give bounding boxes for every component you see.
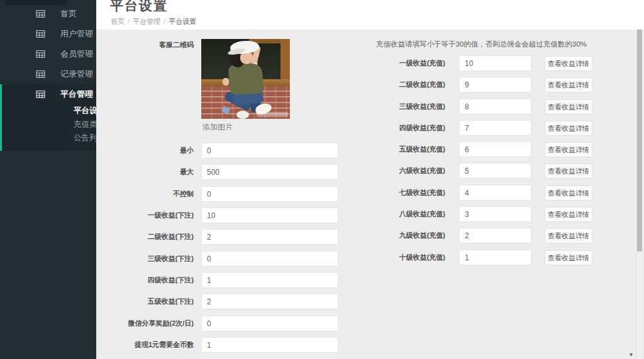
chevron-left-icon: ‹ [86,44,89,64]
view-detail-button[interactable]: 查看收益详情 [545,250,592,265]
view-detail-button[interactable]: 查看收益详情 [545,99,592,114]
recharge-note: 充值收益请填写小于等于30的值，否则总佣金会超过充值数的30% [376,40,587,49]
recharge-level-5-input[interactable] [459,141,531,157]
table-grid-icon [36,50,45,58]
sidebar-item-records[interactable]: 记录管理 ‹ [0,64,96,84]
form-row: 五级收益(下注) [96,294,360,309]
view-detail-button[interactable]: 查看收益详情 [545,77,592,92]
sidebar-group-platform: 平台管理 ⌄ 平台设置 充值类型列表 公告列表 [0,84,96,151]
qr-label: 客服二维码 [96,39,194,50]
field-label: 四级收益(充值) [376,120,445,136]
bet-level-2-input[interactable] [201,229,338,245]
photo-child-shoe [236,111,249,119]
recharge-level-2-input[interactable] [459,77,531,92]
field-label: 一级收益(下注) [96,207,194,223]
form-row: 最小 [96,143,360,158]
table-grid-icon [36,10,45,18]
sidebar-subitem-platform-settings[interactable]: 平台设置 [2,104,96,118]
field-label: 三级收益(下注) [96,251,194,267]
recharge-level-1-input[interactable] [459,55,531,71]
form-row: 七级收益(充值) 查看收益详情 [376,185,602,201]
field-label: 一级收益(充值) [376,55,445,71]
form-row: 四级收益(下注) [96,272,360,288]
max-input[interactable] [201,164,338,180]
chevron-down-icon: ⌄ [82,84,89,103]
form-row: 一级收益(下注) [96,207,360,223]
sidebar-item-platform[interactable]: 平台管理 ⌄ [2,84,96,104]
field-label: 不控制 [96,186,194,202]
photo-window-frame [280,39,290,83]
withdraw-coin-input[interactable] [201,337,338,353]
form-row: 提现1元需要金币数 [96,337,360,353]
form-row: 微信分享奖励(2次/日) [96,316,360,331]
form-row: 二级收益(充值) 查看收益详情 [376,77,602,92]
chevron-left-icon: ‹ [86,24,89,44]
field-label: 最大 [96,164,194,180]
form-row: 不控制 [96,186,360,202]
sidebar-subitem-recharge-types[interactable]: 充值类型列表 [2,118,96,132]
breadcrumb-platform[interactable]: 平台管理 [133,18,160,25]
form-row: 三级收益(下注) [96,251,360,267]
form-row: 六级收益(充值) 查看收益详情 [376,163,602,179]
sidebar-item-home[interactable]: 首页 [0,4,96,24]
field-label: 四级收益(下注) [96,272,194,288]
recharge-level-9-input[interactable] [459,228,531,243]
view-detail-button[interactable]: 查看收益详情 [545,185,592,201]
table-grid-icon [36,30,45,38]
bet-level-1-input[interactable] [201,207,338,223]
form-row: 十级收益(充值) 查看收益详情 [376,250,602,265]
field-label: 八级收益(充值) [376,206,445,222]
view-detail-button[interactable]: 查看收益详情 [545,121,592,136]
recharge-level-10-input[interactable] [459,250,531,265]
view-detail-button[interactable]: 查看收益详情 [545,228,592,243]
form-row: 二级收益(下注) [96,229,360,245]
field-label: 五级收益(充值) [376,141,445,157]
field-label: 微信分享奖励(2次/日) [96,316,194,331]
sidebar: 首页 用户管理 ‹ 会员管理 ‹ 记录管理 ‹ 平台管理 ⌄ 平台设置 充值类型… [0,0,96,359]
table-grid-icon [36,91,45,98]
view-detail-button[interactable]: 查看收益详情 [545,163,592,179]
customer-service-qr-photo [201,39,290,119]
recharge-level-8-input[interactable] [459,206,531,222]
breadcrumb: 首页/平台管理/平台设置 [111,17,196,26]
bet-level-3-input[interactable] [201,251,338,267]
field-label: 最小 [96,143,194,158]
field-label: 五级收益(下注) [96,294,194,309]
no-control-input[interactable] [201,186,338,202]
add-image-link[interactable]: 添加图片 [203,122,233,133]
form-row: 四级收益(充值) 查看收益详情 [376,120,602,136]
table-grid-icon [36,70,45,78]
recharge-level-4-input[interactable] [459,120,531,136]
breadcrumb-current: 平台设置 [169,18,196,25]
form-row: 一级收益(充值) 查看收益详情 [376,55,602,71]
recharge-level-3-input[interactable] [459,99,531,114]
sidebar-item-label: 首页 [60,4,77,24]
photo-watermark [257,112,288,117]
wechat-share-reward-input[interactable] [201,316,338,331]
bet-level-5-input[interactable] [201,294,338,309]
form-row: 三级收益(充值) 查看收益详情 [376,99,602,114]
field-label: 九级收益(充值) [376,228,445,243]
sidebar-item-members[interactable]: 会员管理 ‹ [0,44,96,64]
field-label: 二级收益(充值) [376,77,445,92]
breadcrumb-separator: / [125,18,133,25]
field-label: 六级收益(充值) [376,163,445,179]
breadcrumb-separator: / [160,18,169,25]
min-input[interactable] [201,143,338,158]
recharge-level-6-input[interactable] [459,163,531,179]
recharge-level-7-input[interactable] [459,185,531,201]
view-detail-button[interactable]: 查看收益详情 [545,56,592,71]
field-label: 七级收益(充值) [376,185,445,201]
breadcrumb-home[interactable]: 首页 [111,18,125,25]
form-row: 五级收益(充值) 查看收益详情 [376,141,602,157]
sidebar-subitem-announcements[interactable]: 公告列表 [2,131,96,145]
sidebar-item-users[interactable]: 用户管理 ‹ [0,24,96,44]
view-detail-button[interactable]: 查看收益详情 [545,207,592,222]
photo-child-shirt [228,63,264,96]
page-title: 平台设置 [110,0,168,14]
scrollbar-thumb[interactable] [637,30,642,251]
form-row: 八级收益(充值) 查看收益详情 [376,206,602,222]
view-detail-button[interactable]: 查看收益详情 [545,142,592,157]
bet-level-4-input[interactable] [201,272,338,288]
form-row: 九级收益(充值) 查看收益详情 [376,228,602,243]
